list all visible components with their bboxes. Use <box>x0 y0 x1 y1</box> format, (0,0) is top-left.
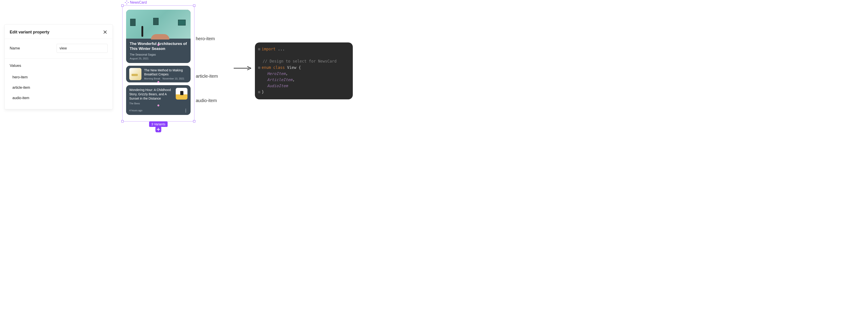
more-icon[interactable] <box>184 108 187 113</box>
values-label: Values <box>10 63 107 68</box>
svg-rect-3 <box>126 3 127 4</box>
name-label: Name <box>10 46 54 51</box>
code-line-import: import ... <box>258 46 349 52</box>
svg-rect-4 <box>125 2 126 3</box>
anchor-dot <box>157 44 159 46</box>
component-frame[interactable]: The Wonderful Architectures of This Wint… <box>122 5 194 121</box>
component-icon <box>125 1 129 4</box>
code-line-val: ArticleItem, <box>258 77 349 83</box>
value-item[interactable]: audio-item <box>12 93 107 103</box>
code-block: import ... // Design to select for NewsC… <box>255 43 353 100</box>
component-frame-wrap: NewsCard The Wonderful Architectures of … <box>122 0 194 121</box>
gutter-fold-icon[interactable] <box>258 48 260 50</box>
component-name: NewsCard <box>130 0 147 4</box>
gutter-fold-icon[interactable] <box>258 91 260 93</box>
name-input[interactable] <box>57 44 107 53</box>
gutter-fold-icon[interactable] <box>258 66 260 69</box>
add-variant-button[interactable] <box>155 127 161 132</box>
hero-date: August 25, 2021 <box>130 57 187 60</box>
svg-rect-2 <box>126 1 127 2</box>
audio-title: Wondering Hour: A Childhood Story, Grizz… <box>129 88 173 101</box>
variant-label-hero: hero-item <box>196 36 215 41</box>
values-block: Values hero-item article-item audio-item <box>5 58 113 109</box>
hero-title: The Wonderful Architectures of This Wint… <box>130 41 187 51</box>
selection-handle[interactable] <box>121 4 124 7</box>
code-line-enum: enum class View { <box>258 64 349 71</box>
anchor-dot <box>157 105 159 106</box>
edit-variant-panel: Edit variant property Name Values hero-i… <box>4 24 113 109</box>
code-line-close: } <box>258 89 349 95</box>
variant-label-article: article-item <box>196 74 218 79</box>
code-line-val: AudioItem <box>258 83 349 89</box>
newscard-article[interactable]: The New Method to Making Breakfast Crepe… <box>126 66 191 82</box>
component-frame-label[interactable]: NewsCard <box>125 0 194 4</box>
code-line-val: HeroItem, <box>258 71 349 77</box>
panel-title: Edit variant property <box>10 30 50 34</box>
article-date: November 10, 2021 <box>163 77 185 80</box>
value-item[interactable]: article-item <box>12 82 107 93</box>
panel-header: Edit variant property <box>5 25 113 39</box>
anchor-dot <box>157 81 159 83</box>
selection-handle[interactable] <box>193 120 195 122</box>
article-source: Morning Break <box>144 77 160 80</box>
arrow-icon <box>233 65 251 72</box>
selection-handle[interactable] <box>121 120 124 122</box>
hero-source: The Seasonal Sagas <box>130 53 187 56</box>
name-row: Name <box>5 39 113 58</box>
audio-thumb <box>176 88 187 100</box>
variant-label-audio: audio-item <box>196 98 217 103</box>
code-line-comment: // Design to select for NewsCard <box>258 58 349 64</box>
value-item[interactable]: hero-item <box>12 72 107 82</box>
svg-rect-5 <box>128 2 129 3</box>
values-list: hero-item article-item audio-item <box>10 72 107 103</box>
hero-image <box>126 10 191 38</box>
newscard-hero[interactable]: The Wonderful Architectures of This Wint… <box>126 10 191 63</box>
selection-handle[interactable] <box>193 4 195 7</box>
article-title: The New Method to Making Breakfast Crepe… <box>144 68 187 76</box>
article-thumb <box>129 68 142 80</box>
variants-badge[interactable]: 3 Variants <box>149 121 167 127</box>
newscard-audio[interactable]: Wondering Hour: A Childhood Story, Grizz… <box>126 85 191 115</box>
close-icon[interactable] <box>103 30 107 34</box>
audio-timestamp: 4 hours ago <box>129 109 142 112</box>
